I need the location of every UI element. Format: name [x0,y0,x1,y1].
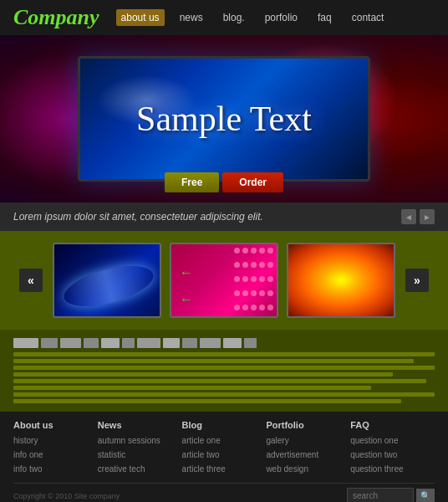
footer-item-q1[interactable]: question one [350,433,435,448]
navigation: about us news blog. porfolio faq contact [116,9,389,26]
footer-item-q2[interactable]: question two [350,448,435,462]
gallery-section: « ← ← » [0,231,448,330]
footer-item-history[interactable]: history [13,433,98,448]
gallery-thumb-2[interactable]: ← ← [170,243,278,318]
tagline-next-arrow[interactable]: ► [420,209,435,224]
footer-col-news-title: News [98,420,182,430]
hero-screen: Sample Text [78,56,370,182]
text-block [0,330,448,412]
footer-item-info-two[interactable]: info two [13,462,98,476]
footer-col-news: News autumn sessions statistic creative … [98,420,182,476]
logo: Company [13,5,99,30]
text-line-header [13,338,435,348]
pink-dots [231,244,277,318]
footer-item-creative[interactable]: creative tech [98,462,182,476]
order-button[interactable]: Order [222,172,283,192]
footer-item-q3[interactable]: question three [350,462,435,476]
footer-bottom: Copyright © 2010 Site company 🔍 [13,483,435,502]
footer: About us history info one info two News … [0,412,448,502]
nav-item-about[interactable]: about us [116,9,165,26]
tagline-prev-arrow[interactable]: ◄ [401,209,416,224]
search-button[interactable]: 🔍 [416,489,435,502]
footer-item-article-three[interactable]: article three [182,462,267,476]
footer-item-autumn[interactable]: autumn sessions [98,433,182,448]
footer-col-portfolio-title: Portfolio [266,420,350,430]
footer-col-faq-title: FAQ [350,420,435,430]
footer-col-about: About us history info one info two [13,420,98,476]
gallery-next-button[interactable]: » [405,269,429,292]
gallery-row: « ← ← » [13,243,435,318]
footer-col-about-title: About us [13,420,98,430]
tagline-text: Lorem ipsum dolor sit amet, consectetuer… [13,211,263,223]
footer-columns: About us history info one info two News … [13,420,435,476]
header: Company about us news blog. porfolio faq… [0,0,448,35]
gallery-prev-button[interactable]: « [19,269,43,292]
footer-item-article-two[interactable]: article two [182,448,267,462]
gallery-thumb-3[interactable] [287,243,395,318]
pink-arrow-1: ← [180,265,193,280]
footer-item-statistic[interactable]: statistic [98,448,182,462]
nav-item-news[interactable]: news [175,9,208,26]
nav-item-portfolio[interactable]: porfolio [260,9,303,26]
footer-item-article-one[interactable]: article one [182,433,267,448]
nav-item-faq[interactable]: faq [313,9,337,26]
search-bar: 🔍 [347,488,435,502]
gallery-items: ← ← [53,243,395,318]
text-lines [13,352,435,403]
footer-item-advertisement[interactable]: advertisement [266,448,350,462]
hero-buttons: Free Order [165,172,283,192]
footer-item-webdesign[interactable]: web design [266,462,350,476]
tagline-arrows: ◄ ► [401,209,435,224]
hero-section: Sample Text Free Order [0,35,448,202]
nav-item-contact[interactable]: contact [347,9,389,26]
nav-item-blog[interactable]: blog. [218,9,250,26]
pink-arrows: ← ← [180,265,193,307]
footer-item-galery[interactable]: galery [266,433,350,448]
free-button[interactable]: Free [165,172,219,192]
footer-item-info-one[interactable]: info one [13,448,98,462]
hero-text: Sample Text [136,99,312,139]
footer-col-blog-title: Blog [182,420,267,430]
copyright: Copyright © 2010 Site company [13,492,120,500]
gallery-thumb-1[interactable] [53,243,161,318]
footer-col-portfolio: Portfolio galery advertisement web desig… [266,420,350,476]
footer-col-blog: Blog article one article two article thr… [182,420,267,476]
pink-arrow-2: ← [180,292,193,307]
search-input[interactable] [347,488,414,502]
footer-col-faq: FAQ question one question two question t… [350,420,435,476]
tagline-bar: Lorem ipsum dolor sit amet, consectetuer… [0,202,448,231]
